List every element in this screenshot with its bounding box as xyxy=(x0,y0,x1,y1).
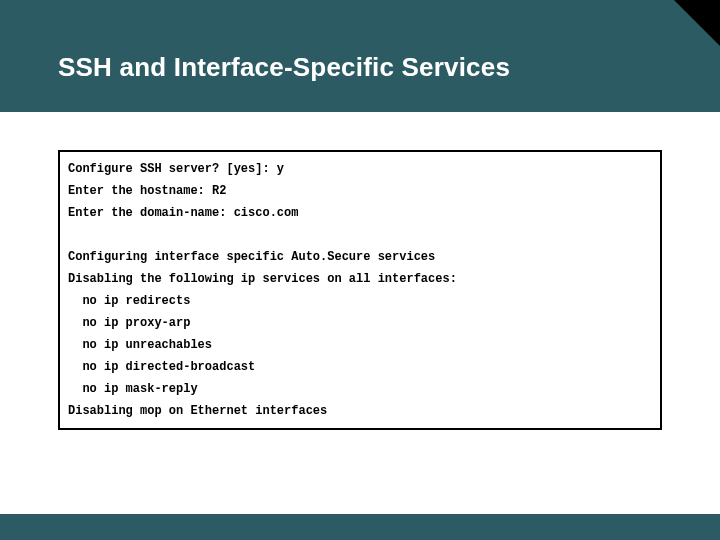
terminal-line: no ip unreachables xyxy=(60,334,660,356)
terminal-line: Enter the domain-name: cisco.com xyxy=(60,202,660,224)
terminal-output-box: Configure SSH server? [yes]: y Enter the… xyxy=(58,150,662,430)
terminal-line: Configuring interface specific Auto.Secu… xyxy=(60,246,660,268)
footer-band xyxy=(0,514,720,540)
terminal-line: Disabling mop on Ethernet interfaces xyxy=(60,400,660,422)
terminal-line: no ip directed-broadcast xyxy=(60,356,660,378)
terminal-line: no ip redirects xyxy=(60,290,660,312)
terminal-line: no ip mask-reply xyxy=(60,378,660,400)
terminal-blank xyxy=(60,224,660,246)
terminal-line: no ip proxy-arp xyxy=(60,312,660,334)
terminal-line: Enter the hostname: R2 xyxy=(60,180,660,202)
terminal-line: Configure SSH server? [yes]: y xyxy=(60,158,660,180)
slide-title: SSH and Interface-Specific Services xyxy=(58,52,510,83)
terminal-line: Disabling the following ip services on a… xyxy=(60,268,660,290)
corner-notch xyxy=(674,0,720,46)
